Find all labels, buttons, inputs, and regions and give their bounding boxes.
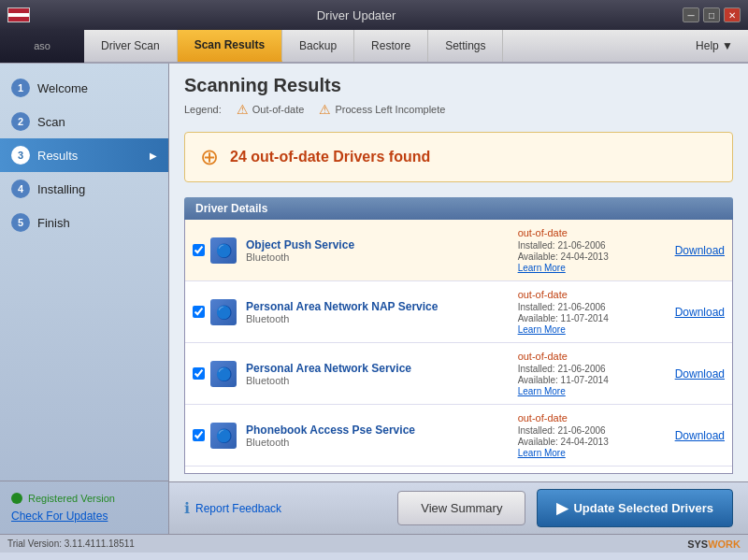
nav-logo: aso: [0, 29, 84, 63]
driver-icon-2: 🔵: [210, 361, 237, 387]
driver-name-3[interactable]: Phonebook Access Pse Service: [246, 424, 518, 437]
content-header: Scanning Results Legend: ⚠ Out-of-date ⚠…: [169, 64, 748, 124]
results-arrow-icon: ▶: [150, 151, 157, 161]
learn-more-3[interactable]: Learn More: [518, 448, 668, 458]
check-updates-link[interactable]: Check For Updates: [11, 510, 157, 523]
driver-available-0: Available: 24-04-2013: [518, 251, 668, 262]
legend: Legend: ⚠ Out-of-date ⚠ Process Left Inc…: [184, 102, 733, 117]
registered-dot-icon: [11, 493, 22, 504]
tab-driver-scan[interactable]: Driver Scan: [84, 30, 178, 62]
learn-more-0[interactable]: Learn More: [518, 263, 668, 273]
driver-checkbox-1[interactable]: [193, 306, 205, 318]
driver-name-0[interactable]: Object Push Service: [246, 238, 518, 251]
driver-info-3: Phonebook Access Pse Service Bluetooth: [246, 424, 518, 448]
sidebar-items: 1 Welcome 2 Scan 3 Results ▶ 4 Installin…: [0, 64, 168, 481]
bottom-bar: ℹ Report Feedback View Summary ▶ Update …: [169, 481, 748, 534]
driver-icon-0: 🔵: [210, 237, 237, 264]
tab-backup[interactable]: Backup: [282, 30, 354, 62]
driver-available-1: Available: 11-07-2014: [518, 313, 668, 323]
driver-type-3: Bluetooth: [246, 437, 518, 448]
step-1-circle: 1: [11, 79, 30, 97]
brand-text: SYSWORK: [687, 538, 741, 550]
sidebar-item-results[interactable]: 3 Results ▶: [0, 138, 168, 172]
minimize-button[interactable]: ─: [683, 7, 699, 22]
update-play-icon: ▶: [556, 499, 568, 517]
out-of-date-icon: ⚠: [237, 102, 249, 117]
sidebar-item-welcome[interactable]: 1 Welcome: [0, 71, 168, 105]
driver-checkbox-0[interactable]: [193, 244, 205, 256]
help-menu[interactable]: Help ▼: [681, 39, 748, 52]
download-button-2[interactable]: Download: [675, 367, 725, 381]
driver-info-2: Personal Area Network Service Bluetooth: [246, 362, 518, 386]
bluetooth-icon-3: 🔵: [216, 428, 232, 443]
driver-type-2: Bluetooth: [246, 375, 518, 386]
driver-installed-3: Installed: 21-06-2006: [518, 425, 668, 436]
sidebar-label-finish: Finish: [37, 216, 70, 230]
sidebar-bottom: Registered Version Check For Updates: [0, 481, 168, 534]
page-title: Scanning Results: [184, 75, 733, 96]
driver-available-2: Available: 11-07-2014: [518, 375, 668, 385]
view-summary-button[interactable]: View Summary: [397, 491, 525, 525]
process-incomplete-icon: ⚠: [319, 102, 331, 117]
table-row: 🔵 Phonebook Access Pse Service Bluetooth…: [185, 405, 732, 467]
version-text: Trial Version: 3.11.4111.18511: [7, 538, 135, 549]
legend-label: Legend:: [184, 104, 222, 115]
download-button-0[interactable]: Download: [675, 244, 725, 257]
app-title: Driver Updater: [317, 8, 396, 22]
sidebar-label-results: Results: [37, 149, 78, 163]
sidebar-item-scan[interactable]: 2 Scan: [0, 105, 168, 138]
close-button[interactable]: ✕: [724, 7, 741, 22]
driver-status-area-2: out-of-date Installed: 21-06-2006 Availa…: [518, 351, 668, 396]
driver-name-1[interactable]: Personal Area Network NAP Service: [246, 300, 518, 313]
sidebar: 1 Welcome 2 Scan 3 Results ▶ 4 Installin…: [0, 64, 169, 534]
driver-details-section: Driver Details 🔵 Object Push Service Blu…: [184, 197, 733, 474]
sidebar-item-finish[interactable]: 5 Finish: [0, 206, 168, 239]
driver-icon-1: 🔵: [210, 299, 237, 325]
content-area: Scanning Results Legend: ⚠ Out-of-date ⚠…: [169, 64, 748, 534]
learn-more-1[interactable]: Learn More: [518, 324, 668, 335]
download-button-3[interactable]: Download: [675, 429, 725, 442]
brand-highlight: WORK: [708, 538, 741, 550]
bluetooth-icon-2: 🔵: [216, 366, 232, 381]
update-selected-button[interactable]: ▶ Update Selected Drivers: [537, 489, 733, 527]
driver-dates-3: Installed: 21-06-2006 Available: 24-04-2…: [518, 425, 668, 447]
alert-icon: ⊕: [200, 144, 219, 170]
learn-more-2[interactable]: Learn More: [518, 386, 668, 396]
registered-badge: Registered Version: [11, 493, 157, 504]
report-icon: ℹ: [184, 499, 190, 517]
window-controls: ─ □ ✕: [683, 7, 741, 22]
table-row: 🔵 Personal Area Network NAP Service Blue…: [185, 281, 732, 343]
driver-status-area-1: out-of-date Installed: 21-06-2006 Availa…: [518, 289, 668, 335]
title-bar: Driver Updater ─ □ ✕: [0, 0, 748, 30]
table-row: 🔵 Personal Area Network Service Bluetoot…: [185, 343, 732, 405]
status-bar: Trial Version: 3.11.4111.18511 SYSWORK: [0, 534, 748, 553]
nav-tabs: Driver Scan Scan Results Backup Restore …: [84, 30, 503, 62]
nav-bar: aso Driver Scan Scan Results Backup Rest…: [0, 30, 748, 64]
logo-text: aso: [34, 40, 50, 51]
sidebar-label-installing: Installing: [37, 182, 85, 196]
driver-checkbox-3[interactable]: [193, 429, 205, 441]
driver-list[interactable]: 🔵 Object Push Service Bluetooth out-of-d…: [184, 220, 733, 474]
tab-restore[interactable]: Restore: [354, 30, 428, 62]
registered-label: Registered Version: [28, 493, 115, 504]
sidebar-item-installing[interactable]: 4 Installing: [0, 172, 168, 206]
maximize-button[interactable]: □: [703, 7, 720, 22]
driver-status-1: out-of-date: [518, 289, 668, 300]
bluetooth-icon-1: 🔵: [216, 305, 232, 320]
alert-box: ⊕ 24 out-of-date Drivers found: [184, 132, 733, 182]
driver-dates-2: Installed: 21-06-2006 Available: 11-07-2…: [518, 364, 668, 385]
driver-status-2: out-of-date: [518, 351, 668, 362]
step-3-circle: 3: [11, 146, 30, 165]
driver-name-2[interactable]: Personal Area Network Service: [246, 362, 518, 375]
step-4-circle: 4: [11, 179, 30, 198]
tab-scan-results[interactable]: Scan Results: [178, 30, 282, 62]
download-button-1[interactable]: Download: [675, 306, 725, 319]
step-5-circle: 5: [11, 213, 30, 232]
report-feedback-button[interactable]: ℹ Report Feedback: [184, 499, 281, 517]
driver-status-0: out-of-date: [518, 227, 668, 238]
tab-settings[interactable]: Settings: [428, 30, 503, 62]
driver-checkbox-2[interactable]: [193, 367, 205, 380]
table-row: 🔵 Object Push Service Bluetooth out-of-d…: [185, 220, 732, 281]
legend-out-of-date-label: Out-of-date: [252, 104, 305, 115]
legend-process-incomplete-label: Process Left Incomplete: [335, 104, 445, 115]
